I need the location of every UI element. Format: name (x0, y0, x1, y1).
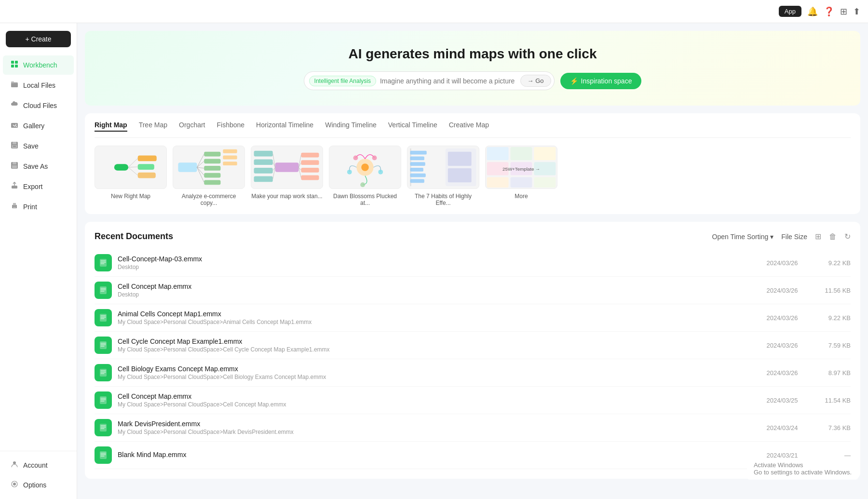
refresh-button[interactable]: ↻ (844, 232, 851, 241)
templates-section: Right Map Tree Map Orgchart Fishbone Hor… (85, 113, 860, 214)
sidebar-item-options[interactable]: Options (3, 475, 74, 495)
sidebar-label-cloud-files: Cloud Files (23, 102, 57, 109)
svg-line-26 (128, 158, 138, 167)
tab-orgchart[interactable]: Orgchart (179, 121, 205, 132)
svg-rect-4 (11, 82, 18, 87)
tab-creative-map[interactable]: Creative Map (449, 121, 489, 132)
doc-date: 2024/03/25 (758, 397, 806, 404)
table-row[interactable]: Mark DevisPresident.emmx My Cloud Space>… (95, 414, 851, 442)
svg-rect-83 (487, 177, 509, 188)
template-label-more: More (485, 193, 557, 200)
recent-header: Recent Documents Open Time Sorting ▾ Fil… (95, 231, 851, 242)
table-row[interactable]: Cell-Concept-Map-03.emmx Desktop 2024/03… (95, 249, 851, 277)
svg-rect-90 (100, 341, 107, 349)
doc-date: 2024/03/26 (758, 259, 806, 267)
hero-input-wrapper: Intelligent file Analysis → Go (304, 71, 555, 90)
go-button[interactable]: → Go (520, 75, 551, 87)
svg-rect-45 (254, 159, 273, 165)
svg-rect-18 (13, 207, 16, 208)
sidebar-item-save-as[interactable]: Save As (3, 157, 74, 176)
grid-view-button[interactable]: ⊞ (815, 232, 821, 241)
doc-info: Cell Cycle Concept Map Example1.emmx My … (118, 337, 752, 353)
svg-rect-22 (114, 164, 128, 171)
sidebar-label-workbench: Workbench (23, 61, 57, 69)
save-icon (11, 141, 18, 151)
doc-size: 7.36 KB (812, 424, 851, 432)
tabs-row: Right Map Tree Map Orgchart Fishbone Hor… (95, 121, 851, 138)
sidebar-item-gallery[interactable]: Gallery (3, 116, 74, 135)
svg-line-28 (128, 167, 138, 175)
delete-button[interactable]: 🗑 (829, 232, 837, 241)
sidebar-item-print[interactable]: Print (3, 197, 74, 216)
sidebar-label-export: Export (23, 183, 42, 190)
svg-line-39 (197, 161, 204, 167)
svg-point-64 (378, 170, 383, 175)
tab-fishbone[interactable]: Fishbone (217, 121, 245, 132)
tab-winding-timeline[interactable]: Winding Timeline (325, 121, 377, 132)
svg-rect-9 (13, 142, 16, 144)
svg-rect-88 (100, 286, 107, 294)
table-row[interactable]: Blank Mind Map.emmx 2024/03/21 — (95, 442, 851, 469)
svg-rect-50 (301, 168, 319, 173)
svg-rect-72 (410, 174, 426, 177)
doc-info: Cell Concept Map.emmx My Cloud Space>Per… (118, 392, 752, 408)
template-thumb-commerce (173, 146, 245, 189)
hero-search-input[interactable] (380, 77, 516, 85)
tab-right-map[interactable]: Right Map (95, 121, 127, 132)
doc-info: Cell-Concept-Map-03.emmx Desktop (118, 255, 752, 270)
sidebar-item-account[interactable]: Account (3, 456, 74, 475)
template-card-new-right-map[interactable]: New Right Map (95, 146, 167, 206)
table-row[interactable]: Cell Concept Map.emmx Desktop 2024/03/26… (95, 277, 851, 304)
svg-rect-75 (448, 152, 472, 166)
svg-rect-92 (100, 396, 107, 404)
doc-info: Animal Cells Concept Map1.emmx My Cloud … (118, 310, 752, 325)
inspiration-button[interactable]: ⚡ Inspiration space (560, 73, 642, 89)
template-card-7-habits[interactable]: The 7 Habits of Highly Effe... (407, 146, 479, 206)
template-card-analyze-commerce[interactable]: Analyze e-commerce copy... (173, 146, 245, 206)
svg-rect-37 (223, 162, 237, 165)
doc-name: Cell Biology Exams Concept Map.emmx (118, 365, 752, 373)
svg-rect-2 (11, 65, 14, 67)
svg-rect-77 (487, 147, 509, 160)
table-row[interactable]: Cell Cycle Concept Map Example1.emmx My … (95, 332, 851, 359)
grid-icon[interactable]: ⊞ (840, 6, 847, 17)
svg-point-66 (360, 182, 365, 187)
svg-rect-34 (204, 180, 220, 185)
svg-rect-71 (410, 168, 423, 172)
sort-button[interactable]: Open Time Sorting ▾ (712, 233, 774, 241)
sidebar-label-save-as: Save As (23, 162, 48, 170)
sidebar-label-options: Options (23, 481, 46, 489)
template-card-make-map[interactable]: Make your map work stan... (251, 146, 323, 206)
question-icon[interactable]: ❓ (824, 6, 834, 17)
sidebar-label-gallery: Gallery (23, 122, 44, 130)
sort-chevron-icon: ▾ (770, 233, 773, 241)
table-row[interactable]: Cell Biology Exams Concept Map.emmx My C… (95, 359, 851, 387)
svg-line-27 (128, 167, 138, 167)
sidebar-item-local-files[interactable]: Local Files (3, 76, 74, 95)
doc-icon (95, 309, 112, 326)
table-row[interactable]: Cell Concept Map.emmx My Cloud Space>Per… (95, 387, 851, 414)
bell-icon[interactable]: 🔔 (807, 6, 818, 17)
sidebar-item-workbench[interactable]: Workbench (3, 55, 74, 75)
create-button[interactable]: + Create (6, 31, 71, 47)
upload-icon[interactable]: ⬆ (853, 6, 860, 17)
cloud-files-icon (11, 101, 18, 110)
activate-line2: Go to settings to activate Windows. (754, 469, 852, 476)
doc-path: My Cloud Space>Personal CloudSpace>Cell … (118, 374, 752, 380)
doc-icon (95, 282, 112, 299)
sidebar-item-save[interactable]: Save (3, 136, 74, 156)
tab-vertical-timeline[interactable]: Vertical Timeline (388, 121, 437, 132)
svg-line-40 (197, 167, 204, 168)
tab-horizontal-timeline[interactable]: Horizontal Timeline (256, 121, 313, 132)
template-card-more[interactable]: 25W+Template → More (485, 146, 557, 206)
sidebar-item-export[interactable]: Export (3, 177, 74, 196)
table-row[interactable]: Animal Cells Concept Map1.emmx My Cloud … (95, 304, 851, 332)
app-button[interactable]: App (779, 6, 801, 17)
svg-rect-43 (275, 162, 299, 172)
template-card-dawn-blossoms[interactable]: Dawn Blossoms Plucked at... (329, 146, 401, 206)
sidebar-item-cloud-files[interactable]: Cloud Files (3, 96, 74, 115)
svg-rect-85 (534, 177, 556, 188)
tab-tree-map[interactable]: Tree Map (139, 121, 167, 132)
doc-name: Cell-Concept-Map-03.emmx (118, 255, 752, 263)
doc-info: Mark DevisPresident.emmx My Cloud Space>… (118, 420, 752, 435)
